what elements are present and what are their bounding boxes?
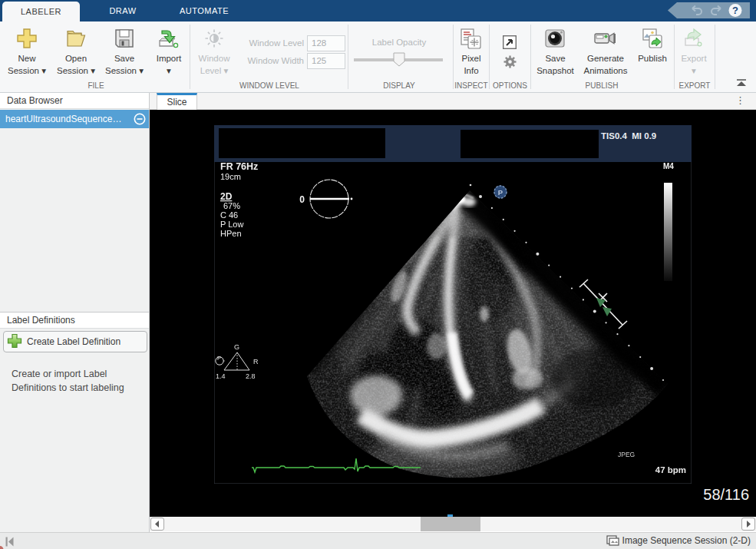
svg-text:?: ? (732, 5, 738, 16)
svg-text:2D: 2D (220, 191, 233, 202)
svg-text:TIS0.4 MI 0.9: TIS0.4 MI 0.9 (601, 131, 656, 141)
svg-text:19cm: 19cm (220, 172, 241, 181)
svg-text:P: P (217, 355, 221, 362)
svg-text:HPen: HPen (220, 229, 242, 238)
svg-text:FR 76Hz: FR 76Hz (220, 161, 258, 172)
svg-text:P Low: P Low (220, 220, 243, 229)
svg-text:JPEG: JPEG (618, 451, 635, 458)
svg-text:1.4: 1.4 (216, 372, 226, 380)
svg-text:M4: M4 (663, 162, 674, 170)
svg-text:P: P (498, 188, 503, 197)
svg-text:G: G (234, 343, 239, 351)
svg-text:R: R (253, 358, 259, 365)
svg-text:47 bpm: 47 bpm (655, 465, 686, 475)
svg-text:C 46: C 46 (220, 210, 238, 220)
svg-text:2.8: 2.8 (246, 372, 256, 380)
svg-text:67%: 67% (223, 201, 240, 210)
svg-text:0: 0 (299, 194, 305, 205)
